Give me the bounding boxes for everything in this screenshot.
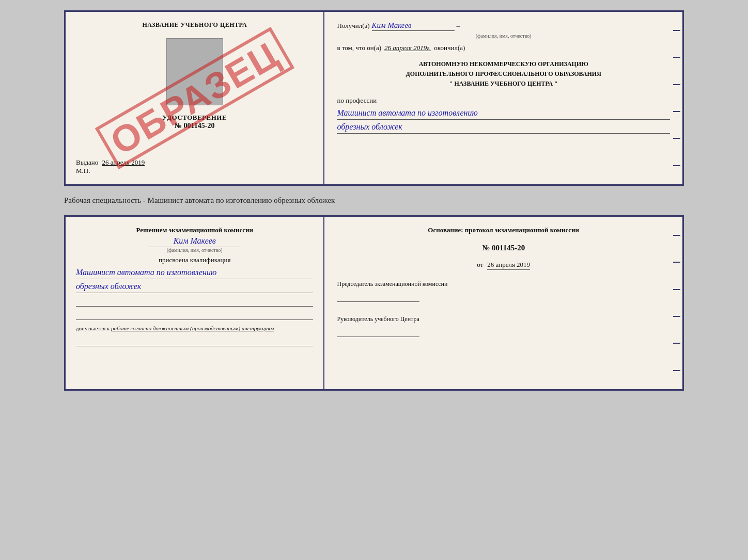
bottom-doc-left: Решением экзаменационной комиссии Ким Ма… [66,217,324,389]
qualification-name1: Машинист автомата по изготовлению [76,266,313,279]
profession-name1: Машинист автомата по изготовлению [337,107,670,120]
vydano-line: Выдано 26 апреля 2019 [76,152,145,167]
right-edge-lines [671,12,682,184]
mp-line: М.П. [76,167,90,175]
poluchil-line: Получил(а) Ким Макеев – (фамилия, имя, о… [337,21,670,39]
top-doc-left: НАЗВАНИЕ УЧЕБНОГО ЦЕНТРА УДОСТОВЕРЕНИЕ №… [66,12,324,184]
predsedatel-title: Председатель экзаменационной комиссии [337,279,670,289]
bottom-right-edge-lines [671,217,682,389]
blank-line-1 [76,296,313,307]
bottom-document: Решением экзаменационной комиссии Ким Ма… [64,215,684,391]
osnovanie-text: Основание: протокол экзаменационной коми… [337,226,670,234]
po-professii-block: по профессии Машинист автомата по изгото… [337,97,670,134]
dopuskaetsya: допускается к работе согласно должностны… [76,324,313,333]
top-left-header: НАЗВАНИЕ УЧЕБНОГО ЦЕНТРА [142,21,247,29]
qualification-name2: обрезных обложек [76,280,313,293]
udostoverenie-block: УДОСТОВЕРЕНИЕ № 001145-20 [162,114,227,130]
fio-sub-bottom: (фамилия, имя, отчество) [148,247,241,253]
profession-name2: обрезных обложек [337,121,670,134]
ot-date: 26 апреля 2019 [487,261,530,270]
predsedatel-block: Председатель экзаменационной комиссии [337,279,670,302]
vtom-date: 26 апреля 2019г. [384,44,431,52]
kim-name: Ким Макеев [76,236,313,246]
predsedatel-sig-line [337,291,419,302]
photo-placeholder [166,38,223,105]
caption: Рабочая специальность - Машинист автомат… [64,195,684,206]
vtom-line: в том, что он(а) 26 апреля 2019г. окончи… [337,44,670,52]
blank-line-2 [76,310,313,320]
rukovoditel-block: Руководитель учебного Центра [337,314,670,337]
top-doc-right: Получил(а) Ким Макеев – (фамилия, имя, о… [324,12,682,184]
ot-date-line: от 26 апреля 2019 [337,260,670,270]
bottom-doc-right: Основание: протокол экзаменационной коми… [324,217,682,389]
udostoverenie-title: УДОСТОВЕРЕНИЕ [162,114,227,122]
top-document: НАЗВАНИЕ УЧЕБНОГО ЦЕНТРА УДОСТОВЕРЕНИЕ №… [64,10,684,186]
rukovoditel-title: Руководитель учебного Центра [337,314,670,324]
org-block: АВТОНОМНУЮ НЕКОММЕРЧЕСКУЮ ОРГАНИЗАЦИЮ ДО… [337,59,670,89]
prisvoena-text: присвоена квалификация [76,256,313,264]
blank-line-3 [76,336,313,346]
protocol-num: № 001145-20 [337,244,670,252]
udostoverenie-num: № 001145-20 [162,122,227,130]
rukovoditel-sig-line [337,326,419,337]
document-container: НАЗВАНИЕ УЧЕБНОГО ЦЕНТРА УДОСТОВЕРЕНИЕ №… [64,10,684,391]
resheniem-title: Решением экзаменационной комиссии [76,226,313,234]
poluchil-name: Ким Макеев [372,21,455,31]
